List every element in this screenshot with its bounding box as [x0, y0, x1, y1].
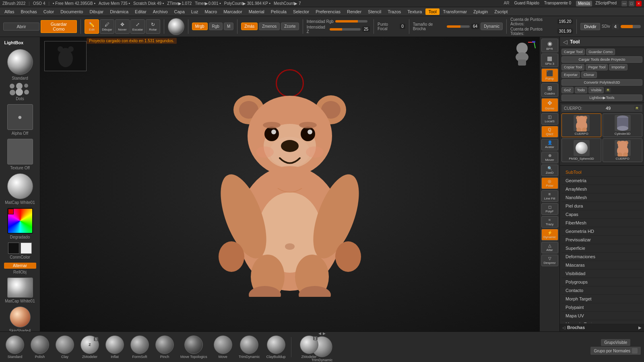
mascaras-item[interactable]: Máscaras — [561, 261, 642, 269]
move-brush-btn[interactable]: Move — [211, 334, 235, 360]
move-topologics-brush-btn[interactable]: Move Topologics — [178, 334, 210, 360]
avatar-button[interactable]: 👤 Avatar — [541, 139, 558, 150]
line-fill-button[interactable]: ≡ Line Fill — [541, 190, 558, 202]
standard-brush-icon[interactable] — [7, 49, 33, 75]
gizmo-button[interactable]: ✥ Gizmo — [541, 98, 558, 112]
draw-button[interactable]: 🖊 Dibujar — [100, 19, 114, 34]
cuerpo-tool-item[interactable]: CUERPO — [561, 113, 601, 137]
alpha-preview[interactable]: ● — [7, 104, 33, 130]
superficie-item[interactable]: Superficie — [561, 244, 642, 253]
visibilidad-item[interactable]: Visibilidad — [561, 269, 642, 278]
cuadro-button[interactable]: ⊞ Cuadro — [541, 83, 558, 97]
menu-macro[interactable]: Macro — [202, 8, 220, 15]
desprez-button[interactable]: ▽ Desprez — [541, 255, 558, 266]
trimdynamic-brush-btn[interactable]: TrimDynamic — [236, 334, 262, 360]
scale-button[interactable]: ⤢ Escalar — [130, 19, 145, 34]
menu-documento[interactable]: Documento — [58, 8, 86, 15]
nanomesh-item[interactable]: NanoMesh — [561, 193, 642, 202]
brush-preview[interactable] — [168, 18, 184, 35]
mover-button[interactable]: ⊕ Mover — [541, 152, 558, 163]
color-picker[interactable] — [7, 208, 33, 234]
grupo-normales-toggle[interactable] — [632, 348, 638, 354]
pinch-brush-btn[interactable]: Pinch — [153, 334, 176, 360]
guard-rapido[interactable]: Guard Rápido — [514, 1, 539, 6]
white-swatch[interactable] — [21, 243, 32, 254]
standard-brush-btn[interactable]: Standard — [3, 334, 27, 360]
qwz-button[interactable]: Q QWZ — [541, 126, 558, 138]
edit-button[interactable]: ✏️ Edit — [85, 19, 99, 34]
polygroups-item[interactable]: Polygroups — [561, 278, 642, 286]
contacto-item[interactable]: Contacto — [561, 286, 642, 295]
matcap-small[interactable] — [7, 278, 33, 298]
arrow-right[interactable]: ▶ — [323, 331, 326, 335]
deformaciones-item[interactable]: Deformaciones — [561, 253, 642, 261]
altar-button[interactable]: △ Altar — [541, 242, 558, 253]
menu-tool[interactable]: Tool — [425, 8, 439, 15]
mapa-textura-item[interactable]: Mapa de Textura — [561, 320, 642, 323]
cargar-tool-button[interactable]: Cargar Tool — [561, 49, 585, 55]
zmenos-button[interactable]: Zmenos — [259, 23, 280, 30]
menu-textura[interactable]: Textura — [405, 8, 425, 15]
clonar-button[interactable]: Clonar — [581, 72, 597, 78]
grupo-visible-button[interactable]: GrupoVisible — [601, 339, 630, 346]
menus-label[interactable]: Menús — [576, 1, 592, 6]
claybuildup-brush-btn[interactable]: ClayBuildup — [264, 334, 288, 360]
menu-marcador[interactable]: Marcador — [221, 8, 245, 15]
move-button[interactable]: ✥ Nover — [115, 19, 130, 34]
dynamic-button[interactable]: Dynamic — [481, 23, 503, 30]
menu-preferencias[interactable]: Preferencias — [313, 8, 343, 15]
arraymesh-item[interactable]: ArrayMesh — [561, 185, 642, 193]
morph-target-item[interactable]: Morph Target — [561, 295, 642, 303]
fibermesh-item[interactable]: FiberMesh — [561, 219, 642, 227]
zmodeler-brush-btn[interactable]: Z 1 ZModeler — [78, 334, 101, 360]
piel-dura-item[interactable]: Piel dura — [561, 202, 642, 210]
skinshade-preview[interactable] — [10, 306, 31, 327]
zoe3d-button[interactable]: 🔍 ZoeD — [541, 165, 558, 176]
lightbox-label[interactable]: LightBox — [2, 39, 38, 46]
spix-button[interactable]: ▦ SPix 3 — [541, 53, 558, 67]
menu-luz[interactable]: Luz — [188, 8, 201, 15]
subtool-item[interactable]: SubTool — [561, 168, 642, 177]
guardar-como-tool-button[interactable]: Guardar Como — [586, 49, 615, 55]
menu-transformar[interactable]: Transformar — [440, 8, 470, 15]
pegar-tool-button[interactable]: Pegar Tool — [586, 64, 608, 70]
trazy-button[interactable]: ≈ Trazy — [541, 216, 558, 228]
m-button[interactable]: M — [224, 23, 233, 30]
guardar-como-button[interactable]: Guardar Como — [41, 20, 77, 33]
maximize-button[interactable]: □ — [629, 1, 634, 6]
pump-button[interactable]: ⬛ Pump — [541, 68, 558, 82]
matcap-preview[interactable] — [7, 173, 33, 199]
dynamic-rt-button[interactable]: ⚡ Dynamic — [541, 229, 558, 241]
transparente-label[interactable]: Transparente 0 — [544, 1, 571, 6]
mapa-uv-item[interactable]: Mapa UV — [561, 312, 642, 320]
intensidad-rgb-slider[interactable] — [335, 20, 367, 23]
gizmo-widget[interactable] — [508, 40, 536, 68]
cuerpo2-tool-item[interactable]: CUERPO — [603, 138, 642, 162]
menu-stencil[interactable]: Stencil — [365, 8, 384, 15]
todo-button[interactable]: Todo — [575, 87, 588, 93]
visible-button[interactable]: Visible — [588, 87, 604, 93]
lightbox-tools-button[interactable]: Lightbox▶Tools — [561, 95, 642, 101]
cargar-proyecto-button[interactable]: Cargar Tools desde Proyecto — [561, 56, 642, 63]
clay-brush-btn[interactable]: Clay — [53, 334, 76, 360]
tamano-slider[interactable] — [447, 25, 470, 28]
zmas-button[interactable]: Zmás — [241, 23, 258, 30]
polypaint-item[interactable]: Polypaint — [561, 303, 642, 312]
polyf-button[interactable]: ◻ PolyF — [541, 203, 558, 215]
menu-zscript[interactable]: Zscript — [491, 8, 510, 15]
menu-color[interactable]: Color — [41, 8, 57, 15]
rgb-button[interactable]: Rgb — [209, 23, 223, 30]
black-swatch[interactable] — [8, 243, 19, 254]
thumbnail[interactable] — [44, 41, 87, 71]
menu-brochas[interactable]: Brochas — [18, 8, 39, 15]
geometria-hd-item[interactable]: Geometría HD — [561, 227, 642, 236]
rotate-button[interactable]: ↻ Rotar — [146, 19, 160, 34]
brochas-label[interactable]: Brochas — [567, 325, 585, 330]
dividir-button[interactable]: Dividir — [580, 23, 600, 30]
menu-archivo[interactable]: Archivo — [150, 8, 171, 15]
menu-material[interactable]: Material — [246, 8, 267, 15]
geometria-item[interactable]: Geometría — [561, 177, 642, 185]
arrow-left[interactable]: ◀ — [318, 331, 321, 335]
copiar-tool-button[interactable]: Copiar Tool — [561, 64, 584, 70]
texture-preview[interactable] — [7, 139, 33, 165]
